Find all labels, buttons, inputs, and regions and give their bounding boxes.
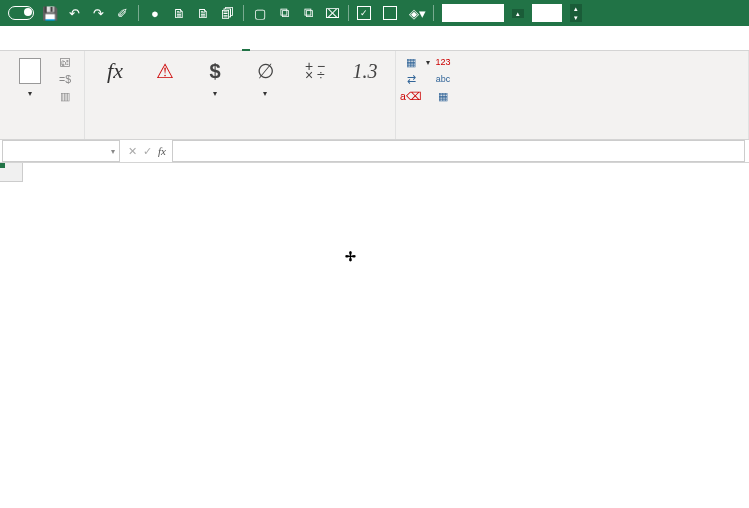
formula-input[interactable] bbox=[172, 140, 745, 162]
tab-home[interactable] bbox=[34, 41, 42, 50]
selection-tools[interactable]: ▦ ▾ bbox=[404, 55, 430, 69]
worksheet[interactable]: ✢ bbox=[0, 163, 749, 508]
copy-icon bbox=[19, 58, 41, 84]
group2-label bbox=[93, 133, 387, 135]
uncheck-icon bbox=[383, 6, 397, 20]
group-quick-cell: ▦ ▾ ⇄ a⌫ 123 abc ▦ bbox=[396, 51, 749, 139]
box2-icon[interactable]: ⧉ bbox=[276, 5, 292, 21]
tab-view[interactable] bbox=[190, 41, 198, 50]
equals-icon: =$ bbox=[58, 72, 72, 86]
paste-link-transpose[interactable]: 🗟 bbox=[58, 55, 76, 69]
size-spin-up[interactable]: ▴ bbox=[570, 4, 582, 13]
doc2-icon[interactable]: 🗎 bbox=[195, 5, 211, 21]
size-spin-down[interactable]: ▾ bbox=[570, 13, 582, 22]
doc1-icon[interactable]: 🗎 bbox=[171, 5, 187, 21]
automatic-checkbox[interactable]: ✓ bbox=[357, 6, 375, 20]
copy-icon[interactable]: 🗐 bbox=[219, 5, 235, 21]
enter-icon[interactable]: ✓ bbox=[143, 145, 152, 158]
check-icon: ✓ bbox=[357, 6, 371, 20]
box1-icon[interactable]: ▢ bbox=[252, 5, 268, 21]
group1-label bbox=[8, 133, 76, 135]
box3-icon[interactable]: ⧉ bbox=[300, 5, 316, 21]
round-icon: 1.3 bbox=[351, 57, 379, 85]
swap-icon: ⇄ bbox=[404, 72, 418, 86]
diamond-icon[interactable]: ◈▾ bbox=[409, 5, 425, 21]
clear-format-icon: ▦ bbox=[436, 89, 450, 103]
tab-file[interactable] bbox=[8, 41, 16, 50]
tab-review[interactable] bbox=[164, 41, 172, 50]
font-size-select[interactable] bbox=[532, 4, 562, 22]
box4-icon[interactable]: ⌧ bbox=[324, 5, 340, 21]
text-icon: abc bbox=[436, 72, 450, 86]
change-reference-button[interactable]: $▾ bbox=[193, 55, 237, 100]
empty-set-icon: ∅ bbox=[251, 57, 279, 85]
title-bar: 💾 ↶ ↷ ✐ ● 🗎 🗎 🗐 ▢ ⧉ ⧉ ⌧ ✓ ◈▾ ▴ ▴▾ bbox=[0, 0, 749, 26]
return-blanks-button[interactable]: ∅▾ bbox=[243, 55, 287, 100]
tab-formulas[interactable] bbox=[112, 41, 120, 50]
undo-icon[interactable]: ↶ bbox=[66, 5, 82, 21]
redo-icon[interactable]: ↷ bbox=[90, 5, 106, 21]
select-all-corner[interactable] bbox=[0, 163, 23, 182]
copy-button[interactable]: ▾ bbox=[8, 55, 52, 100]
delete-letter-icon: a⌫ bbox=[404, 89, 418, 103]
dollar-icon: $ bbox=[201, 57, 229, 85]
circle-icon[interactable]: ● bbox=[147, 5, 163, 21]
group-copy-paste: ▾ 🗟 =$ ▥ bbox=[0, 51, 85, 139]
toggle-switch[interactable] bbox=[8, 6, 34, 20]
function-button[interactable]: fx bbox=[93, 55, 137, 89]
fx-icon: fx bbox=[101, 57, 129, 85]
brush-icon[interactable]: ✐ bbox=[114, 5, 130, 21]
column-icon: ▥ bbox=[58, 89, 72, 103]
ribbon-tabs bbox=[0, 26, 749, 51]
tab-professor-excel[interactable] bbox=[242, 40, 250, 51]
tab-insert[interactable] bbox=[60, 41, 68, 50]
warning-icon: ⚠ bbox=[151, 57, 179, 85]
selection-icon: ▦ bbox=[404, 55, 418, 69]
iferror-button[interactable]: ⚠ bbox=[143, 55, 187, 89]
cell-cursor-icon: ✢ bbox=[345, 249, 356, 264]
group3-label bbox=[404, 133, 740, 135]
cancel-icon[interactable]: ✕ bbox=[128, 145, 137, 158]
font-name-select[interactable] bbox=[442, 4, 504, 22]
quick-access-toolbar: 💾 ↶ ↷ ✐ ● 🗎 🗎 🗐 ▢ ⧉ ⧉ ⌧ ✓ ◈▾ ▴ ▴▾ bbox=[42, 4, 582, 22]
tab-help[interactable] bbox=[216, 41, 224, 50]
round-button[interactable]: 1.3 bbox=[343, 55, 387, 89]
force-number[interactable]: 123 bbox=[436, 55, 454, 69]
calculation-operation-button[interactable]: + −× ÷ bbox=[293, 55, 337, 89]
paste-exact-formula[interactable]: =$ bbox=[58, 72, 76, 86]
tab-data[interactable] bbox=[138, 41, 146, 50]
formula-bar: ▾ ✕ ✓ fx bbox=[0, 140, 749, 163]
number-icon: 123 bbox=[436, 55, 450, 69]
group-formula-editing: fx ⚠ $▾ ∅▾ + −× ÷ 1.3 bbox=[85, 51, 396, 139]
force-text[interactable]: abc bbox=[436, 72, 454, 86]
manual-checkbox[interactable] bbox=[383, 6, 401, 20]
delete-last-letter[interactable]: a⌫ bbox=[404, 89, 430, 103]
calc-icon: + −× ÷ bbox=[301, 57, 329, 85]
font-spin-up[interactable]: ▴ bbox=[512, 9, 524, 18]
tab-page-layout[interactable] bbox=[86, 41, 94, 50]
paste-icon: 🗟 bbox=[58, 55, 72, 69]
autosave-toggle[interactable] bbox=[4, 6, 34, 20]
name-box[interactable]: ▾ bbox=[2, 140, 120, 162]
paste-single-column[interactable]: ▥ bbox=[58, 89, 76, 103]
ribbon: ▾ 🗟 =$ ▥ fx ⚠ $▾ ∅▾ + −× ÷ 1.3 ▦ ▾ ⇄ a⌫ bbox=[0, 51, 749, 140]
fx-icon[interactable]: fx bbox=[158, 145, 166, 157]
clear-cond-format[interactable]: ▦ bbox=[436, 89, 454, 103]
swap-cells[interactable]: ⇄ bbox=[404, 72, 430, 86]
save-icon[interactable]: 💾 bbox=[42, 5, 58, 21]
